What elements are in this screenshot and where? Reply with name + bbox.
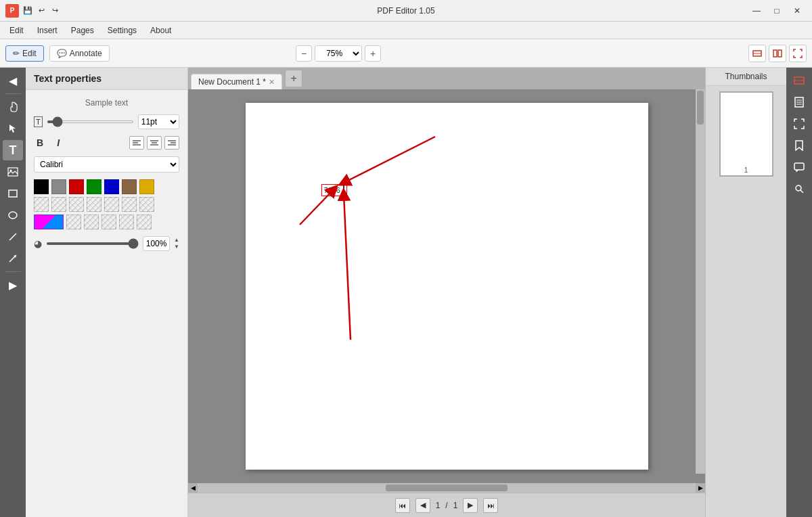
svg-point-8	[9, 212, 17, 219]
annotate-icon: 💬	[57, 49, 67, 58]
menu-settings[interactable]: Settings	[101, 24, 143, 37]
font-size-slider[interactable]	[47, 120, 134, 123]
save-btn[interactable]: 💾	[22, 5, 34, 17]
page-total: 1	[453, 501, 458, 510]
color-brown[interactable]	[122, 179, 137, 194]
opacity-icon: ◕	[34, 238, 42, 249]
maximize-button[interactable]: □	[767, 4, 786, 18]
view-buttons	[748, 45, 807, 62]
tool-comment[interactable]	[789, 157, 809, 177]
close-tab-button[interactable]: ✕	[269, 78, 275, 87]
tool-select[interactable]	[3, 118, 23, 139]
fit-width-view-button[interactable]	[748, 45, 766, 62]
thumbnails-body: 1	[706, 86, 786, 182]
tool-search[interactable]	[789, 179, 809, 199]
window-controls[interactable]: — □ ✕	[747, 4, 807, 18]
font-size-row: T 8pt 9pt 10pt 11pt 12pt 14pt	[34, 114, 179, 129]
color-red[interactable]	[69, 179, 84, 194]
tool-fit-page[interactable]	[789, 92, 809, 112]
opacity-down[interactable]: ▼	[174, 244, 179, 250]
quick-access-toolbar: 💾 ↩ ↪	[22, 5, 61, 17]
menu-insert[interactable]: Insert	[30, 24, 64, 37]
tool-hand[interactable]	[3, 97, 23, 117]
color-green[interactable]	[87, 179, 102, 194]
horizontal-scrollbar[interactable]: ◀ ▶	[188, 483, 705, 493]
menu-about[interactable]: About	[143, 24, 178, 37]
font-family-select[interactable]: Calibri Arial Times New Roman Courier Ne…	[34, 156, 179, 173]
tool-image[interactable]	[3, 162, 23, 182]
italic-button[interactable]: I	[54, 136, 62, 150]
sidebar-nav-next[interactable]: ▶	[3, 275, 23, 295]
next-page-button[interactable]: ▶	[463, 498, 478, 513]
opacity-slider[interactable]	[46, 242, 139, 245]
fullscreen-view-button[interactable]	[789, 45, 807, 62]
tool-arrow[interactable]	[3, 248, 23, 269]
tool-ellipse[interactable]	[3, 205, 23, 225]
align-right-button[interactable]	[164, 136, 179, 150]
undo-btn[interactable]: ↩	[35, 5, 47, 17]
svg-rect-7	[9, 190, 17, 197]
sample-text-label: Sample text	[34, 98, 179, 108]
properties-panel: Text properties Sample text T 8pt 9pt 10…	[26, 68, 188, 517]
tool-line[interactable]	[3, 227, 23, 247]
tool-fit-width[interactable]	[789, 70, 809, 91]
svg-rect-2	[773, 50, 777, 57]
h-scroll-left-btn[interactable]: ◀	[188, 483, 198, 493]
first-page-button[interactable]: ⏮	[395, 498, 410, 513]
close-button[interactable]: ✕	[788, 4, 807, 18]
align-left-button[interactable]	[129, 136, 144, 150]
page-separator: /	[445, 501, 447, 510]
zoom-area: − 50% 75% 100% 125% 150% +	[296, 45, 381, 62]
tool-bookmark[interactable]	[789, 135, 809, 156]
vertical-scrollbar[interactable]	[696, 89, 705, 474]
opacity-row: ◕ ▲ ▼	[34, 236, 179, 251]
page-navigation: ⏮ ◀ 1 / 1 ▶ ⏭	[188, 493, 705, 517]
tool-rect[interactable]	[3, 183, 23, 204]
vertical-scroll-thumb[interactable]	[697, 91, 704, 125]
menu-pages[interactable]: Pages	[64, 24, 101, 37]
color-gray[interactable]	[51, 179, 66, 194]
color-disabled-4	[87, 197, 102, 212]
svg-point-35	[796, 185, 801, 191]
add-tab-button[interactable]: +	[285, 70, 302, 87]
bold-button[interactable]: B	[34, 136, 46, 150]
alignment-buttons	[129, 136, 179, 150]
color-black[interactable]	[34, 179, 49, 194]
align-center-button[interactable]	[147, 136, 162, 150]
annotate-label: Annotate	[70, 49, 102, 58]
document-tab[interactable]: New Document 1 * ✕	[191, 74, 282, 89]
zoom-out-button[interactable]: −	[296, 45, 312, 62]
edit-button[interactable]: ✏ Edit	[5, 45, 44, 62]
svg-rect-5	[8, 168, 18, 176]
two-page-view-button[interactable]	[769, 45, 786, 62]
document-area: New Document 1 * ✕ + 7666	[188, 68, 705, 517]
redo-btn[interactable]: ↪	[49, 5, 61, 17]
document-scroll-area[interactable]: 7666	[188, 89, 705, 483]
color-blue[interactable]	[104, 179, 119, 194]
h-scroll-track[interactable]	[198, 485, 696, 491]
prev-page-button[interactable]: ◀	[415, 498, 430, 513]
opacity-up[interactable]: ▲	[174, 237, 179, 244]
thumbnail-page-1[interactable]: 1	[719, 91, 773, 177]
h-scroll-thumb[interactable]	[386, 485, 508, 491]
zoom-in-button[interactable]: +	[365, 45, 381, 62]
zoom-select[interactable]: 50% 75% 100% 125% 150%	[315, 45, 362, 62]
color-yellow[interactable]	[139, 179, 154, 194]
font-size-select[interactable]: 8pt 9pt 10pt 11pt 12pt 14pt	[138, 114, 179, 129]
minimize-button[interactable]: —	[747, 4, 766, 18]
h-scroll-right-btn[interactable]: ▶	[696, 483, 705, 493]
sidebar-nav-prev[interactable]: ◀	[3, 70, 23, 91]
last-page-button[interactable]: ⏭	[483, 498, 498, 513]
svg-line-36	[800, 190, 803, 193]
tool-fullscreen[interactable]	[789, 114, 809, 134]
annotate-button[interactable]: 💬 Annotate	[49, 45, 110, 62]
edit-pencil-icon: ✏	[13, 49, 20, 58]
opacity-value-input[interactable]	[143, 236, 170, 251]
tool-text[interactable]: T	[3, 140, 23, 160]
font-select-row: Calibri Arial Times New Roman Courier Ne…	[34, 156, 179, 173]
menu-edit[interactable]: Edit	[3, 24, 30, 37]
color-disabled-11	[119, 215, 134, 229]
color-magenta[interactable]	[34, 215, 64, 229]
menu-bar: Edit Insert Pages Settings About	[0, 22, 812, 39]
page-text-input[interactable]: 7666	[321, 184, 347, 196]
